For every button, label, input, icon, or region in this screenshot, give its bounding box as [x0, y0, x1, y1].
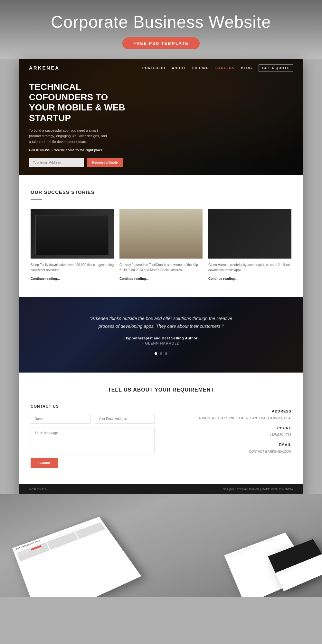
- contact-us-label: CONTACT US: [31, 404, 155, 409]
- nav-item-quote[interactable]: GET A QUOTE: [259, 65, 293, 71]
- mockup-right-line-2: [228, 546, 257, 557]
- nav-logo: ARKENEA: [29, 65, 60, 71]
- story-image-1: [31, 209, 114, 259]
- phone-label: PHONE: [167, 426, 291, 430]
- nav-links: PORTFOLIO ABOUT PRICING CAREERS BLOG GET…: [142, 65, 293, 71]
- story-card-3: Glenn Harrold, celebrity hypnotherapist,…: [208, 209, 291, 281]
- contact-section-title: TELL US ABOUT YOUR REQUIREMENT: [31, 387, 291, 393]
- nav-item-blog[interactable]: BLOG: [241, 65, 252, 71]
- hero-quote-button[interactable]: Request a Quote: [87, 158, 123, 167]
- testimonial-author: Hypnotherapist and Best Selling Author: [39, 336, 283, 340]
- success-section-title: OUR SUCCESS STORIES: [31, 189, 291, 195]
- hero-content: TECHNICAL COFOUNDERS TO YOUR MOBILE & WE…: [19, 71, 303, 167]
- dot-2[interactable]: [160, 352, 162, 355]
- nav-item-about[interactable]: ABOUT: [172, 65, 186, 71]
- continue-reading-3[interactable]: Continue reading...: [208, 277, 238, 280]
- footer-bar: ARKENEA Designer : Prashant Dwivedi | MA…: [19, 484, 303, 494]
- contact-name-email-row: [31, 414, 155, 424]
- perspective-container: TECHNICAL COFOUNDERSTO YOUR MOBILE &WEB …: [0, 500, 322, 597]
- story-desc-2: Canvsly featured on TechCrunch and winne…: [119, 262, 203, 273]
- nav-item-portfolio[interactable]: PORTFOLIO: [142, 65, 166, 71]
- phone-text: (428)350-1761: [167, 432, 291, 438]
- mockup-right-line-1: [227, 538, 273, 556]
- hero-good-news: GOOD NEWS – You've come to the right pla…: [29, 148, 293, 152]
- stories-grid: Sleep Easily downloaded over 400,000 tim…: [31, 209, 291, 281]
- nav-link-portfolio[interactable]: PORTFOLIO: [142, 66, 166, 70]
- page-title: Corporate Business Website: [6, 12, 316, 32]
- testimonial-dots: [39, 352, 283, 355]
- main-nav: ARKENEA PORTFOLIO ABOUT PRICING CAREERS …: [19, 59, 303, 71]
- hero-email-input[interactable]: [29, 158, 84, 167]
- story-desc-3: Glenn Harrold, celebrity hypnotherapist,…: [208, 262, 291, 273]
- dot-1[interactable]: [155, 352, 157, 355]
- continue-reading-1[interactable]: Continue reading...: [31, 277, 60, 280]
- good-news-text: – You've come to the right place.: [51, 148, 104, 152]
- free-psd-button[interactable]: FREE PSD TEMPLATE: [122, 37, 200, 49]
- email-input[interactable]: [95, 414, 155, 424]
- mockup-inner-grid: [17, 522, 105, 561]
- nav-item-pricing[interactable]: PRICING: [192, 65, 209, 71]
- address-label: ADDRESS: [167, 409, 291, 413]
- testimonial-name: - GLENN HARROLD: [39, 341, 283, 345]
- testimonial-section: "Arkenea thinks outside the box and offe…: [19, 297, 303, 373]
- hero-headline: TECHNICAL COFOUNDERS TO YOUR MOBILE & WE…: [29, 82, 132, 123]
- submit-button[interactable]: Submit: [31, 458, 58, 468]
- mockup-inner-content: OUR SUCCESS STORIES: [12, 516, 108, 564]
- nav-link-about[interactable]: ABOUT: [172, 66, 186, 70]
- dot-3[interactable]: [165, 352, 167, 355]
- nav-link-blog[interactable]: BLOG: [241, 66, 252, 70]
- mockup-card-main: TECHNICAL COFOUNDERSTO YOUR MOBILE &WEB …: [12, 516, 141, 597]
- hero-section: ARKENEA PORTFOLIO ABOUT PRICING CAREERS …: [19, 59, 303, 175]
- story-card-1: Sleep Easily downloaded over 400,000 tim…: [31, 209, 114, 281]
- footer-logo: ARKENEA: [29, 488, 47, 491]
- website-mockup: ARKENEA PORTFOLIO ABOUT PRICING CAREERS …: [19, 59, 303, 494]
- contact-section: TELL US ABOUT YOUR REQUIREMENT CONTACT U…: [19, 373, 303, 484]
- mockup-block-3: [75, 522, 106, 539]
- success-section: OUR SUCCESS STORIES Sleep Easily downloa…: [19, 175, 303, 297]
- story-desc-1: Sleep Easily downloaded over 400,000 tim…: [31, 262, 114, 273]
- testimonial-quote: "Arkenea thinks outside the box and offe…: [84, 315, 238, 330]
- hero-form: Request a Quote: [29, 158, 293, 167]
- nav-link-careers[interactable]: CAREERS: [215, 66, 234, 70]
- mockup-3d-area: TECHNICAL COFOUNDERSTO YOUR MOBILE &WEB …: [0, 494, 322, 597]
- nav-item-careers[interactable]: CAREERS: [215, 65, 234, 71]
- message-textarea[interactable]: [31, 428, 155, 453]
- contact-form-area: CONTACT US Submit: [31, 404, 155, 468]
- footer-credit: Designer : Prashant Dwivedi | MADE WITH …: [223, 488, 293, 491]
- contact-layout: CONTACT US Submit ADDRESS ARKENEA LLC 47…: [31, 404, 291, 468]
- story-image-3: [208, 209, 291, 259]
- hero-subtext: To build a successful app, you need a sm…: [29, 128, 109, 145]
- name-input[interactable]: [31, 414, 91, 424]
- email-text: CONTACT@ARKENEA.COM: [167, 449, 291, 454]
- nav-link-pricing[interactable]: PRICING: [192, 66, 209, 70]
- address-text: ARKENEA LLC 47 S 2ND ST #152, SAN JOSE, …: [167, 416, 291, 421]
- good-news-label: GOOD NEWS: [29, 148, 51, 152]
- section-divider: [31, 199, 42, 200]
- email-label: EMAIL: [167, 443, 291, 447]
- continue-reading-2[interactable]: Continue reading...: [119, 277, 149, 280]
- story-card-2: Canvsly featured on TechCrunch and winne…: [119, 209, 203, 281]
- page-header: Corporate Business Website FREE PSD TEMP…: [0, 0, 322, 59]
- contact-info-area: ADDRESS ARKENEA LLC 47 S 2ND ST #152, SA…: [167, 404, 291, 468]
- story-image-2: [119, 209, 203, 259]
